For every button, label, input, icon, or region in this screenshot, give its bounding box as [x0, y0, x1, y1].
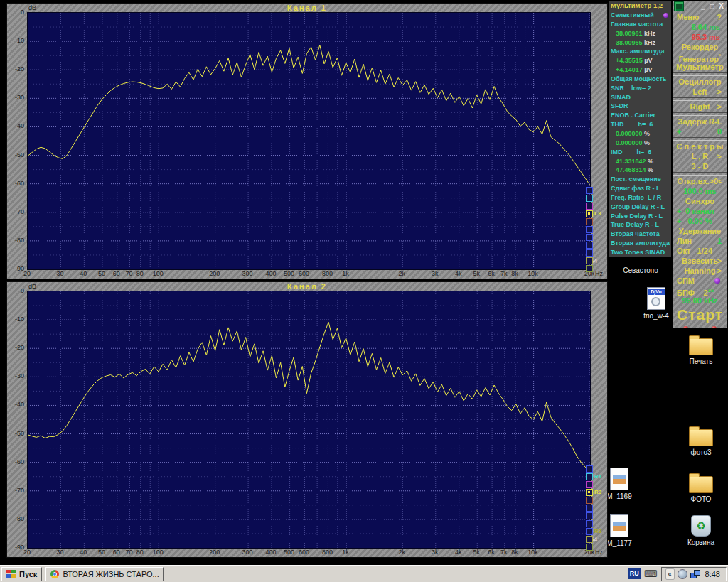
- ctrl-item-recorder[interactable]: Рекордер: [673, 42, 727, 52]
- ctrl-item-spectra-lr[interactable]: L , R>: [673, 151, 727, 161]
- legend-swatch[interactable]: [586, 265, 593, 272]
- taskbar-clock[interactable]: 8:48: [703, 567, 722, 581]
- legend-swatch[interactable]: [586, 203, 593, 210]
- ctrl-item-sample-rate: 96.00 kHz: [673, 296, 727, 306]
- legend-swatch[interactable]: [586, 512, 593, 519]
- window-controls[interactable]: _ □ X: [701, 1, 727, 12]
- y-tick: -40: [7, 122, 24, 129]
- x-tick: 40: [74, 270, 92, 277]
- ctrl-item-oct[interactable]: Окт 1/24: [673, 246, 727, 256]
- desktop-icon-печать[interactable]: Печать: [680, 334, 722, 366]
- task-label: ВТОРАЯ ЖИЗНЬ СТАРО...: [63, 568, 159, 581]
- ctrl-item-left[interactable]: Left>: [673, 87, 727, 97]
- taskbar: Пуск ВТОРАЯ ЖИЗНЬ СТАРО... RU ⌨ « 8:48: [0, 565, 728, 582]
- legend-swatch[interactable]: [586, 465, 593, 473]
- x-tick: 800: [318, 270, 336, 277]
- mm-row-imd: IMD h= 6: [609, 148, 671, 157]
- x-tick: 300: [238, 549, 257, 556]
- ctrl-item-time-1: 8.64 ms: [673, 22, 727, 32]
- y-tick: -60: [7, 180, 24, 187]
- y-tick: 0: [7, 9, 24, 16]
- desktop-icon-фото3[interactable]: фото3: [680, 425, 722, 457]
- legend-swatch[interactable]: R8: [586, 528, 593, 535]
- legend-swatch[interactable]: [586, 257, 593, 264]
- desktop-icon-севастопо[interactable]: Севастопо: [613, 264, 668, 275]
- unit-label: %: [644, 130, 650, 137]
- desktop-icon-фото[interactable]: ФОТО: [680, 472, 722, 504]
- language-indicator[interactable]: RU: [628, 568, 641, 579]
- legend-swatch[interactable]: L3: [586, 210, 593, 217]
- start-button[interactable]: Пуск: [1, 567, 42, 581]
- multimeter-title: Мультиметр 1,2: [609, 1, 671, 11]
- x-tick: 8k: [505, 549, 524, 556]
- legend-swatch[interactable]: [586, 481, 593, 488]
- legend-swatch[interactable]: [586, 195, 593, 202]
- legend-swatch[interactable]: [586, 226, 593, 233]
- superscript: °: [719, 53, 721, 60]
- ctrl-item-delay-rl[interactable]: Задерж R-L: [673, 117, 727, 126]
- legend-swatch[interactable]: [586, 544, 593, 551]
- tray-chevron[interactable]: «: [665, 568, 675, 580]
- legend-swatch[interactable]: [586, 497, 593, 504]
- x-tick: 80: [131, 549, 149, 556]
- x-tick: 80: [131, 270, 149, 277]
- ctrl-item-open-input[interactable]: Откр.вх.>0<: [673, 176, 727, 186]
- ctrl-item-sync[interactable]: Синхро: [673, 196, 727, 206]
- legend-swatch[interactable]: [586, 218, 593, 225]
- folder-icon: [689, 338, 713, 355]
- legend-swatch[interactable]: [586, 234, 593, 241]
- x-axis-unit: Hz: [595, 549, 608, 556]
- ctrl-item-spectra[interactable]: С п е к т р ы: [673, 141, 727, 151]
- selective-led-icon: [663, 13, 668, 18]
- legend-swatch[interactable]: R1: [586, 473, 593, 480]
- ctrl-item-generator[interactable]: Генератор°: [673, 52, 727, 62]
- windows-logo-icon: [6, 570, 16, 578]
- x-tick: 200: [205, 549, 224, 556]
- mm-row-selective[interactable]: Селективный: [609, 11, 671, 20]
- legend-swatch[interactable]: [586, 520, 593, 527]
- x-tick: 1k: [336, 549, 355, 556]
- ctrl-item-hold[interactable]: Удержание: [673, 226, 727, 236]
- desktop-icon-trio_w-4[interactable]: DjVutrio_w-4: [637, 287, 675, 320]
- ctrl-item-right[interactable]: Right>: [673, 102, 727, 112]
- update-tray-icon[interactable]: [678, 569, 687, 579]
- keyboard-icon[interactable]: ⌨: [644, 568, 658, 579]
- x-tick: 30: [50, 549, 69, 556]
- ctrl-item-hanning[interactable]: Hanning>: [673, 266, 727, 276]
- ctrl-item-sync-channel: 0 канал+: [673, 206, 727, 216]
- ctrl-item-weighting[interactable]: Взвесить>: [673, 256, 727, 266]
- image-file-icon: [610, 468, 628, 490]
- x-tick: 20: [18, 549, 36, 556]
- desktop: Канал 1 dB 1.464 БОЛЬШОЙ СИМФОНИЧЕСКИЙ О…: [0, 0, 728, 582]
- task-button[interactable]: ВТОРАЯ ЖИЗНЬ СТАРО...: [46, 567, 164, 581]
- mm-row-value-5: +4.35515 µV: [609, 56, 671, 65]
- legend-swatch[interactable]: [586, 505, 593, 512]
- legend-label: R1: [594, 473, 601, 480]
- legend-swatch[interactable]: [586, 536, 593, 543]
- network-tray-icon[interactable]: [690, 570, 700, 578]
- spectrum-plot-1: [27, 12, 591, 270]
- x-tick: 400: [262, 270, 280, 277]
- ctrl-item-spectra-3d[interactable]: 3 - D: [673, 161, 727, 171]
- mm-row-sinad: SINAD: [609, 93, 671, 102]
- x-tick: 600: [294, 549, 313, 556]
- y-tick: -20: [7, 65, 24, 72]
- legend-swatch[interactable]: [586, 249, 593, 257]
- image-file-icon: [610, 514, 628, 537]
- ctrl-item-menu[interactable]: Меню?: [673, 12, 727, 22]
- ctrl-item-lin[interactable]: Лин1: [673, 236, 727, 246]
- ctrl-item-multimeter[interactable]: Мультиметр: [673, 62, 727, 72]
- ctrl-item-spm[interactable]: СПМ: [673, 276, 727, 286]
- mm-row-snr: SNR low= 2: [609, 84, 671, 93]
- mm-row-value-17: 47.468314 %: [609, 166, 671, 175]
- legend-swatch[interactable]: [586, 242, 593, 249]
- mm-row-group-delay: Group Delay R - L: [609, 203, 671, 212]
- ctrl-item-start[interactable]: Старт: [673, 306, 727, 324]
- legend-swatch[interactable]: [586, 187, 593, 194]
- desktop-icon-корзина[interactable]: ♻Корзина: [678, 515, 724, 547]
- ctrl-item-oscilloscope[interactable]: Осциллогр: [673, 77, 727, 87]
- mm-row-enob-carrier: ENOB . Carrier: [609, 111, 671, 120]
- legend-swatch[interactable]: R3: [586, 489, 593, 496]
- ctrl-item-fft[interactable]: БПФ 216: [673, 286, 727, 296]
- x-tick: 2k: [392, 549, 411, 556]
